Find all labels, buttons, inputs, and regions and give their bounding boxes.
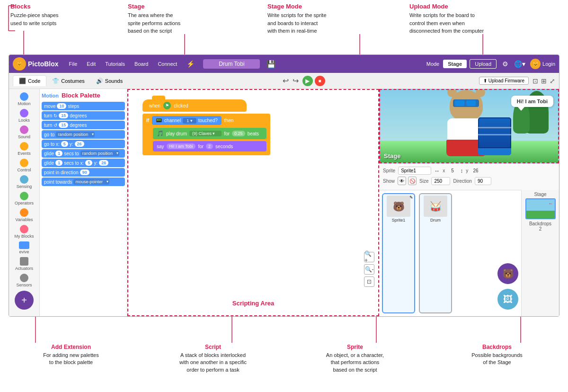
undo-button[interactable]: ↩ [283,76,289,85]
add-sprite-button[interactable]: 🐻 [497,263,518,284]
say-text: say [157,144,164,149]
backdrop-thumb[interactable]: ← [525,198,556,219]
window-btn-fullscreen[interactable]: ⤢ [550,77,555,85]
play-drum-block[interactable]: 🎵 play drum (9) Claves ▾ for 0.25 beats [153,128,266,139]
zoom-out-button[interactable]: 🔍- [364,264,374,275]
y-label: y [466,168,468,173]
sidebar-item-sensing[interactable]: Sensing [9,174,39,190]
actuators-icon [20,257,28,266]
sound-circle [20,125,28,134]
redo-button[interactable]: ↪ [293,76,299,85]
block-goto-xy[interactable]: go to x: 5 y: 26 [42,140,125,148]
sidebar-item-sensors[interactable]: Sensors [9,272,39,289]
music-icon: 🎵 [157,130,164,137]
page: Blocks Puzzle-piece shapesused to write … [0,0,568,392]
sidebar-item-motion[interactable]: Motion [9,91,39,107]
sidebar-item-control[interactable]: Control [9,157,39,174]
y-arrow: ↕ [460,168,463,174]
save-icon[interactable]: 💾 [266,60,276,69]
project-name-input[interactable] [203,59,260,69]
sprite-name-input[interactable] [398,167,431,175]
login-label: Login [542,61,555,67]
block-glide-xy[interactable]: glide 1 secs to x: 5 y: 26 [42,159,125,167]
menu-edit[interactable]: Edit [83,59,99,69]
scripting-controls: 🔍+ 🔍- ⊡ [364,252,374,287]
sprite-thumb-drum[interactable]: 🥁 Drum [419,193,452,313]
show-visible-button[interactable]: 👁 [398,177,406,185]
stage-mode-button[interactable]: Stage [443,60,467,68]
block-glide-random[interactable]: glide 1 secs to random position [42,149,125,158]
menu-board[interactable]: Board [131,59,152,69]
palette-title: Block Palette [62,92,100,99]
say-block[interactable]: say Hi! I am Tobi for 2 seconds [153,141,266,151]
size-input[interactable] [431,177,450,185]
tab-code[interactable]: ⬛ Code [13,75,46,86]
tab-sounds[interactable]: 🔊 Sounds [90,76,128,86]
sidebar-item-myblocks[interactable]: My Blocks [9,223,39,240]
hat-text-clicked: clicked [174,103,188,108]
sprite1-edit-icon[interactable]: ✎ [409,195,413,200]
logo-icon: 🐱 [13,57,26,71]
sidebar-item-evive[interactable]: evive [9,240,39,256]
menu-tutorials[interactable]: Tutorials [101,59,129,69]
scripting-area[interactable]: when ⚑ clicked if 📟 channel [127,89,379,316]
bear-glasses [453,99,479,107]
menu-connect-icon[interactable]: ⚡ [183,58,198,70]
glide-dropdown[interactable]: random position [80,151,119,156]
x-arrow: ↔ [434,168,440,174]
sidebar-item-actuators[interactable]: Actuators [9,256,39,272]
block-goto-random[interactable]: go to random position [42,130,125,139]
green-flag-button[interactable]: ▶ [302,76,313,86]
looks-label: Looks [18,118,30,123]
sprite-backdrop-row: 🐻 Sprite1 ✎ 🥁 Drum 🐻 [379,190,559,316]
hat-block[interactable]: when ⚑ clicked [142,99,247,112]
bottom-ann-backdrops: Backdrops Possible backgroundsof the Sta… [426,344,568,374]
upload-mode-button[interactable]: Upload [470,59,497,69]
sprite-ann-desc: An object, or a character,that performs … [287,352,423,374]
sensing-label: Sensing [17,184,32,189]
block-turn-cw[interactable]: turn ↻ 15 degrees [42,111,125,120]
sidebar-item-events[interactable]: Events [9,141,39,157]
script-title: Script [145,344,281,350]
show-hidden-button[interactable]: 🚫 [408,177,417,185]
channel-block[interactable]: 📟 channel 1 ▾ touched? [152,116,222,125]
block-point-direction[interactable]: point in direction 90 [42,168,125,177]
window-controls: ⊡ ⊞ ⤢ [532,77,555,85]
sidebar-item-variables[interactable]: Variables [9,207,39,223]
motion-circle [20,92,28,101]
block-move[interactable]: move 10 steps [42,102,125,110]
tab-costumes[interactable]: 👕 Costumes [46,76,90,86]
direction-label: Direction [453,178,471,184]
sidebar-item-operators[interactable]: Operators [9,190,39,207]
myblocks-circle [20,225,28,233]
sprite1-img: 🐻 [387,196,410,217]
goto-dropdown[interactable]: random position [56,132,95,137]
menu-file[interactable]: File [65,59,81,69]
block-turn-ccw[interactable]: turn ↺ 15 degrees [42,121,125,129]
globe-icon[interactable]: 🌐▾ [514,60,525,68]
beats-val: 0.25 [232,131,245,136]
upload-mode-desc: Write scripts for the board tocontrol th… [409,11,484,35]
add-backdrop-button[interactable]: 🖼 [497,289,518,310]
sprite-list: 🐻 Sprite1 ✎ 🥁 Drum 🐻 [379,190,521,316]
stage-canvas: Hi! I am Tobi Stage [379,89,559,163]
towards-dropdown[interactable]: mouse-pointer [73,179,109,185]
logo: 🐱 PictoBlox [13,57,59,71]
fit-button[interactable]: ⊡ [364,276,374,287]
login-button[interactable]: 🐱 Login [530,59,555,69]
block-point-towards[interactable]: point towards mouse-pointer [42,178,125,186]
if-block-outer[interactable]: if 📟 channel 1 ▾ touched? then [142,114,270,155]
direction-input[interactable] [475,177,491,185]
window-btn-1[interactable]: ⊡ [532,77,538,85]
sidebar-item-sound[interactable]: Sound [9,124,39,141]
window-btn-2[interactable]: ⊞ [541,77,547,85]
menu-connect[interactable]: Connect [154,59,181,69]
settings-icon[interactable]: ⚙ [502,60,508,68]
drum-select[interactable]: (9) Claves ▾ [189,131,222,136]
add-extension-button[interactable]: + [15,291,34,310]
sprite-thumb-sprite1[interactable]: 🐻 Sprite1 ✎ [382,193,415,313]
upload-firmware-button[interactable]: ⬆ Upload Firmware [479,77,529,85]
zoom-in-button[interactable]: 🔍+ [364,252,374,262]
sidebar-item-looks[interactable]: Looks [9,107,39,124]
stop-button[interactable]: ■ [315,76,325,86]
